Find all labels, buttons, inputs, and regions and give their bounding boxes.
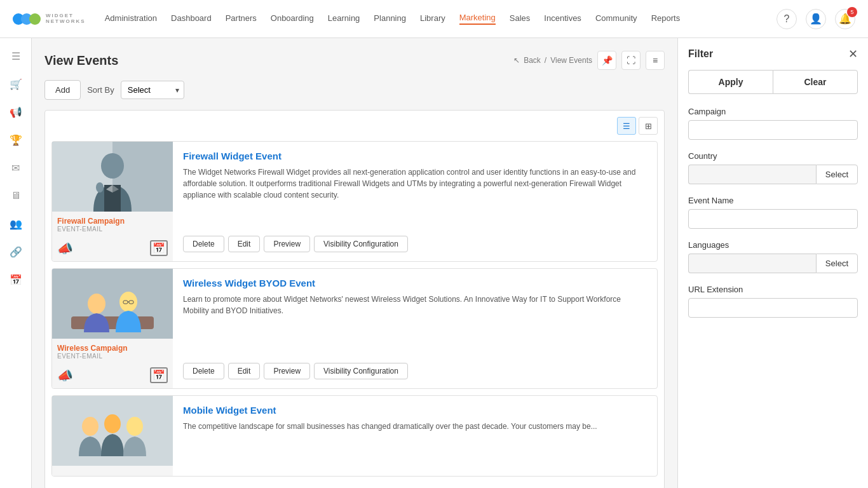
- event-megaphone-icon-2: 📣: [57, 368, 73, 383]
- filter-close-button[interactable]: ✕: [848, 48, 858, 60]
- breadcrumb-separator: /: [545, 56, 546, 65]
- nav-marketing[interactable]: Marketing: [459, 13, 496, 25]
- event-thumb-svg-1: [52, 142, 173, 212]
- filter-country-field: Country Select: [688, 151, 858, 184]
- pin-icon: 📌: [602, 55, 613, 65]
- filter-campaign-input[interactable]: [688, 120, 858, 140]
- options-icon: ≡: [653, 55, 658, 65]
- filter-title: Filter: [688, 48, 713, 60]
- menu-options-button[interactable]: ≡: [646, 51, 665, 70]
- filter-country-input[interactable]: [688, 165, 816, 184]
- event-campaign-2: Wireless Campaign: [57, 344, 168, 353]
- event-card-2: Wireless Campaign EVENT-EMAIL 📣 📅 Wirele…: [51, 268, 658, 389]
- filter-languages-label: Languages: [688, 240, 858, 250]
- event-calendar-icon-1: 📅: [150, 240, 168, 256]
- nav-onboarding[interactable]: Onboarding: [271, 13, 314, 24]
- event-actions-1: Delete Edit Preview Visibility Configura…: [183, 236, 647, 252]
- svg-point-16: [82, 417, 98, 436]
- event-card-right-3: Mobile Widget Event The competitive land…: [173, 396, 657, 476]
- filter-languages-select-button[interactable]: Select: [816, 254, 858, 273]
- page-header: View Events ↖ Back / View Events 📌 ⛶ ≡: [44, 51, 665, 70]
- event-desc-1: The Widget Networks Firewall Widget prov…: [183, 166, 647, 228]
- nav-learning[interactable]: Learning: [328, 13, 360, 24]
- list-view-button[interactable]: ☰: [617, 117, 636, 135]
- nav-reports[interactable]: Reports: [651, 13, 681, 24]
- nav-library[interactable]: Library: [420, 13, 445, 24]
- sidebar-megaphone-icon[interactable]: 📢: [4, 100, 27, 123]
- event-icons-row-1: 📣 📅: [52, 238, 173, 261]
- expand-icon: ⛶: [627, 55, 635, 65]
- event-meta-2: Wireless Campaign EVENT-EMAIL: [52, 339, 173, 365]
- edit-button-1[interactable]: Edit: [228, 236, 261, 252]
- filter-country-select-row: Select: [688, 165, 858, 184]
- event-thumb-svg-3: [52, 396, 173, 466]
- event-card: Firewall Campaign EVENT-EMAIL 📣 📅 Firewa…: [51, 141, 658, 262]
- sidebar-menu-icon[interactable]: ☰: [4, 44, 27, 67]
- nav-dashboard[interactable]: Dashboard: [171, 13, 212, 24]
- nav-planning[interactable]: Planning: [374, 13, 406, 24]
- breadcrumb-back[interactable]: Back: [524, 56, 541, 65]
- main-layout: ☰ 🛒 📢 🏆 ✉ 🖥 👥 🔗 📅 View Events ↖ Back / V…: [0, 38, 868, 488]
- filter-event-name-field: Event Name: [688, 196, 858, 229]
- sort-label: Sort By: [87, 85, 114, 95]
- event-card-right-2: Wireless Widget BYOD Event Learn to prom…: [173, 269, 657, 388]
- filter-languages-input[interactable]: [688, 254, 816, 273]
- nav-partners[interactable]: Partners: [226, 13, 257, 24]
- visibility-config-button-2[interactable]: Visibility Configuration: [314, 363, 408, 379]
- nav-incentives[interactable]: Incentives: [544, 13, 581, 24]
- event-thumbnail-1: [52, 142, 173, 212]
- event-type-1: EVENT-EMAIL: [57, 226, 168, 233]
- svg-point-18: [126, 417, 143, 436]
- sidebar-monitor-icon[interactable]: 🖥: [4, 184, 27, 207]
- filter-country-select-button[interactable]: Select: [816, 165, 858, 184]
- main-content: View Events ↖ Back / View Events 📌 ⛶ ≡: [32, 38, 677, 488]
- filter-url-input[interactable]: [688, 298, 858, 318]
- notifications-button[interactable]: 🔔 5: [835, 9, 855, 29]
- logo[interactable]: WIDGET NETWORKS: [13, 13, 86, 25]
- add-button[interactable]: Add: [44, 80, 81, 100]
- filter-campaign-label: Campaign: [688, 107, 858, 116]
- sidebar-cart-icon[interactable]: 🛒: [4, 72, 27, 95]
- preview-button-2[interactable]: Preview: [264, 363, 310, 379]
- event-type-2: EVENT-EMAIL: [57, 353, 168, 360]
- list-view-icon: ☰: [623, 121, 630, 131]
- pin-button[interactable]: 📌: [597, 51, 616, 70]
- delete-button-2[interactable]: Delete: [183, 363, 224, 379]
- filter-apply-button[interactable]: Apply: [688, 70, 773, 94]
- grid-view-icon: ⊞: [645, 121, 652, 131]
- filter-languages-select-row: Select: [688, 254, 858, 273]
- filter-event-name-input[interactable]: [688, 209, 858, 229]
- sidebar-calendar-icon[interactable]: 📅: [4, 268, 27, 291]
- visibility-config-button-1[interactable]: Visibility Configuration: [314, 236, 408, 252]
- event-card-left-2: Wireless Campaign EVENT-EMAIL 📣 📅: [52, 269, 173, 388]
- page-title: View Events: [44, 53, 118, 68]
- svg-point-10: [88, 294, 105, 314]
- nav-community[interactable]: Community: [595, 13, 637, 24]
- view-toggle: ☰ ⊞: [51, 117, 658, 135]
- sidebar-link-icon[interactable]: 🔗: [4, 240, 27, 263]
- filter-clear-button[interactable]: Clear: [773, 70, 858, 94]
- edit-button-2[interactable]: Edit: [228, 363, 261, 379]
- sidebar-trophy-icon[interactable]: 🏆: [4, 128, 27, 151]
- filter-panel: Filter ✕ Apply Clear Campaign Country Se…: [677, 38, 868, 488]
- grid-view-button[interactable]: ⊞: [639, 117, 658, 135]
- event-actions-2: Delete Edit Preview Visibility Configura…: [183, 363, 647, 379]
- help-button[interactable]: ?: [776, 9, 797, 29]
- sidebar-email-icon[interactable]: ✉: [4, 156, 27, 179]
- nav-sales[interactable]: Sales: [510, 13, 531, 24]
- notification-badge: 5: [847, 7, 857, 17]
- preview-button-1[interactable]: Preview: [264, 236, 310, 252]
- logo-text: WIDGET NETWORKS: [46, 13, 86, 25]
- nav-administration[interactable]: Administration: [105, 13, 157, 24]
- svg-point-2: [101, 153, 124, 179]
- sort-select[interactable]: Select: [121, 81, 184, 99]
- user-icon: 👤: [810, 13, 822, 25]
- top-navigation: WIDGET NETWORKS Administration Dashboard…: [0, 0, 868, 38]
- sidebar-group-icon[interactable]: 👥: [4, 212, 27, 235]
- delete-button-1[interactable]: Delete: [183, 236, 224, 252]
- event-name-1: Firewall Widget Event: [183, 151, 647, 161]
- user-profile-button[interactable]: 👤: [806, 9, 826, 29]
- expand-button[interactable]: ⛶: [621, 51, 641, 70]
- filter-buttons: Apply Clear: [688, 70, 858, 94]
- event-name-2: Wireless Widget BYOD Event: [183, 278, 647, 288]
